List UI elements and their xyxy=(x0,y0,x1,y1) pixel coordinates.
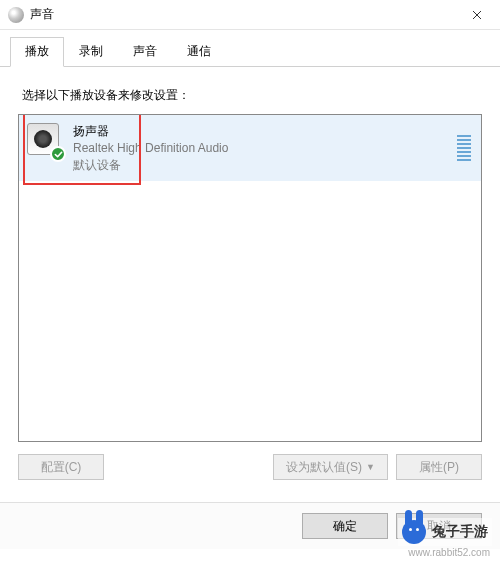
chevron-down-icon: ▼ xyxy=(366,462,375,472)
set-default-button: 设为默认值(S) ▼ xyxy=(273,454,388,480)
instruction-text: 选择以下播放设备来修改设置： xyxy=(22,87,478,104)
properties-button: 属性(P) xyxy=(396,454,482,480)
ok-button[interactable]: 确定 xyxy=(302,513,388,539)
sound-icon xyxy=(8,7,24,23)
tab-strip: 播放 录制 声音 通信 xyxy=(0,30,500,67)
check-icon xyxy=(50,146,66,162)
tab-playback[interactable]: 播放 xyxy=(10,37,64,67)
device-list[interactable]: 扬声器 Realtek High Definition Audio 默认设备 xyxy=(18,114,482,442)
device-button-row: 配置(C) 设为默认值(S) ▼ 属性(P) xyxy=(18,454,482,480)
device-item-speaker[interactable]: 扬声器 Realtek High Definition Audio 默认设备 xyxy=(19,115,481,181)
device-icon-wrap xyxy=(27,123,63,159)
close-button[interactable] xyxy=(454,0,500,30)
close-icon xyxy=(472,10,482,20)
device-description: Realtek High Definition Audio xyxy=(73,140,451,157)
tab-communications[interactable]: 通信 xyxy=(172,37,226,67)
watermark-logo: 兔子手游 xyxy=(398,518,492,546)
watermark-url: www.rabbit52.com xyxy=(408,547,490,558)
window-title: 声音 xyxy=(30,6,454,23)
set-default-label: 设为默认值(S) xyxy=(286,459,362,476)
volume-level-indicator xyxy=(457,135,471,161)
device-text: 扬声器 Realtek High Definition Audio 默认设备 xyxy=(73,123,451,173)
watermark-text: 兔子手游 xyxy=(432,523,488,541)
tab-recording[interactable]: 录制 xyxy=(64,37,118,67)
tab-sounds[interactable]: 声音 xyxy=(118,37,172,67)
tab-content: 选择以下播放设备来修改设置： 扬声器 Realtek High Definiti… xyxy=(0,67,500,490)
titlebar: 声音 xyxy=(0,0,500,30)
configure-button: 配置(C) xyxy=(18,454,104,480)
rabbit-icon xyxy=(402,520,426,544)
device-name: 扬声器 xyxy=(73,123,451,140)
device-status: 默认设备 xyxy=(73,157,451,174)
